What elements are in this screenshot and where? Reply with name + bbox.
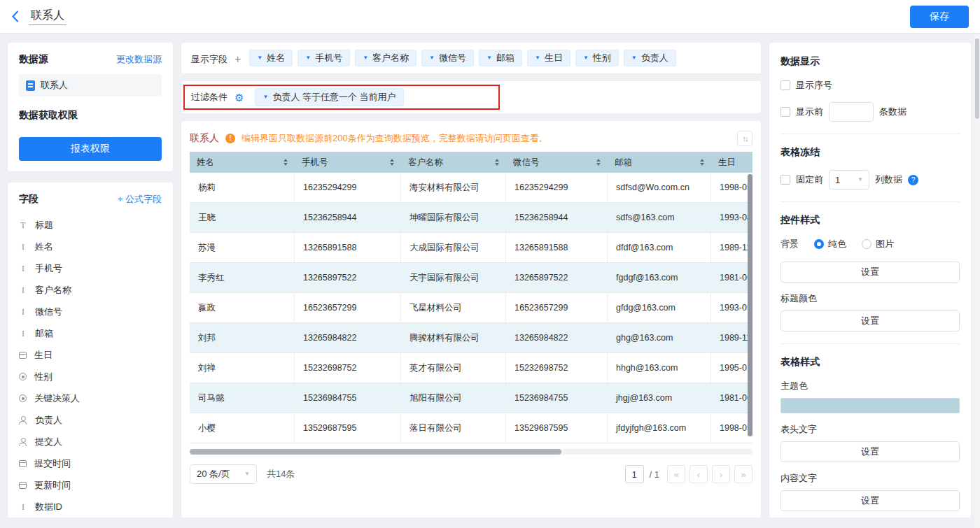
save-button[interactable]: 保存 xyxy=(910,6,969,28)
field-item[interactable]: 生日 xyxy=(19,344,162,366)
page-scrollbar[interactable] xyxy=(974,34,980,528)
column-header[interactable]: 手机号 xyxy=(295,152,401,173)
table-cell: 16523657299 xyxy=(506,293,608,322)
title-color-setting-button[interactable]: 设置 xyxy=(780,311,960,331)
table-cell: 15236984755 xyxy=(295,383,401,413)
theme-color-swatch[interactable] xyxy=(780,398,960,413)
freeze-checkbox[interactable] xyxy=(780,175,790,185)
text-field-icon: I xyxy=(19,243,27,251)
field-item[interactable]: 负责人 xyxy=(19,409,162,431)
bg-solid-radio[interactable]: 纯色 xyxy=(814,238,846,250)
add-display-field-button[interactable]: + xyxy=(234,54,241,65)
field-item[interactable]: 提交时间 xyxy=(19,452,162,474)
column-header[interactable]: 客户名称 xyxy=(401,152,506,173)
freeze-count-select[interactable]: 1 ▼ xyxy=(829,170,869,190)
field-item[interactable]: I邮箱 xyxy=(19,322,162,344)
table-cell: 英才有限公司 xyxy=(401,353,506,383)
table-row[interactable]: 杨莉16235294299海安材料有限公司16235294299sdfsd@Wo… xyxy=(190,173,752,203)
display-field-chip[interactable]: ▼性别 xyxy=(575,50,619,66)
title-field-icon: T xyxy=(19,221,27,229)
field-item[interactable]: I姓名 xyxy=(19,236,162,257)
column-header[interactable]: 姓名 xyxy=(190,152,295,173)
top-count-input[interactable] xyxy=(829,102,874,122)
sort-icon[interactable] xyxy=(495,159,499,166)
column-header[interactable]: 生日 xyxy=(711,152,752,173)
column-header-label: 手机号 xyxy=(302,157,328,169)
field-item[interactable]: 更新时间 xyxy=(19,474,162,496)
display-field-chip[interactable]: ▼客户名称 xyxy=(355,50,416,66)
show-index-checkbox[interactable] xyxy=(780,80,790,90)
page-size-select[interactable]: 20 条/页 ▼ xyxy=(190,464,257,484)
table-row[interactable]: 李秀红13265897522天宇国际有限公司13265897522fgdgf@1… xyxy=(190,263,752,293)
page-input[interactable]: 1 xyxy=(625,465,644,483)
background-label: 背景 xyxy=(780,238,799,250)
bg-image-radio[interactable]: 图片 xyxy=(862,238,894,250)
page-title[interactable]: 联系人 xyxy=(29,8,66,25)
back-button[interactable] xyxy=(11,10,19,22)
add-formula-field-link[interactable]: + 公式字段 xyxy=(118,193,162,206)
table-cell: 旭阳有限公司 xyxy=(401,383,506,413)
datasource-item[interactable]: 联系人 xyxy=(19,74,162,97)
field-item[interactable]: I数据ID xyxy=(19,496,162,518)
chevron-down-icon: ▼ xyxy=(583,55,589,61)
field-item[interactable]: 提交人 xyxy=(19,431,162,452)
filter-condition-chip[interactable]: ▼ 负责人 等于任意一个 当前用户 xyxy=(255,88,403,106)
sort-icon[interactable] xyxy=(700,159,704,166)
table-row[interactable]: 刘邦13265984822腾骏材料有限公司13265984822ghg@163.… xyxy=(190,323,752,353)
sort-icon[interactable] xyxy=(284,159,288,166)
content-text-setting-button[interactable]: 设置 xyxy=(780,490,960,511)
chip-label: 生日 xyxy=(545,52,563,64)
radio-icon xyxy=(862,239,872,249)
field-item[interactable]: 性别 xyxy=(19,366,162,387)
chip-label: 负责人 xyxy=(641,52,668,64)
column-header[interactable]: 邮箱 xyxy=(608,152,711,173)
display-field-chip[interactable]: ▼微信号 xyxy=(421,50,474,66)
table-row[interactable]: 小樱13529687595落日有限公司13529687595jfdyjfgh@1… xyxy=(190,413,752,443)
column-header[interactable]: 微信号 xyxy=(506,152,608,173)
display-field-chip[interactable]: ▼负责人 xyxy=(624,50,676,66)
field-item[interactable]: 关键决策人 xyxy=(19,387,162,409)
scrollbar-thumb[interactable] xyxy=(748,174,752,436)
freeze-count-value: 1 xyxy=(835,175,840,185)
header-text-setting-button[interactable]: 设置 xyxy=(780,441,960,462)
report-permission-button[interactable]: 报表权限 xyxy=(19,137,162,161)
sort-icon[interactable] xyxy=(596,159,601,166)
table-row[interactable]: 苏漫13265891588大成国际有限公司13265891588dfdf@163… xyxy=(190,233,752,263)
display-field-chip[interactable]: ▼手机号 xyxy=(298,50,350,66)
scrollbar-thumb[interactable] xyxy=(975,38,979,119)
display-field-chip[interactable]: ▼生日 xyxy=(527,50,570,66)
help-icon[interactable]: ? xyxy=(908,175,918,185)
field-item[interactable]: I手机号 xyxy=(19,257,162,279)
prev-page-button[interactable]: ‹ xyxy=(690,465,708,483)
field-item[interactable]: I客户名称 xyxy=(19,279,162,301)
next-page-button[interactable]: › xyxy=(712,465,730,483)
table-row[interactable]: 嬴政16523657299飞星材料公司16523657299gfdg@163.c… xyxy=(190,293,752,323)
gear-icon[interactable]: ⚙ xyxy=(234,92,244,103)
scrollbar-thumb[interactable] xyxy=(190,449,561,455)
field-item[interactable]: T标题 xyxy=(19,214,162,236)
last-page-button[interactable]: » xyxy=(734,465,752,483)
table-cell: 刘禅 xyxy=(190,353,295,383)
display-field-chip[interactable]: ▼姓名 xyxy=(249,50,293,66)
table-horizontal-scrollbar[interactable] xyxy=(190,449,752,455)
display-field-chip[interactable]: ▼邮箱 xyxy=(479,50,522,66)
calendar-icon xyxy=(19,352,27,359)
field-label: 提交时间 xyxy=(34,457,71,470)
first-page-button[interactable]: « xyxy=(667,465,685,483)
warning-icon: ! xyxy=(225,134,235,143)
sort-icon[interactable] xyxy=(390,159,394,166)
show-top-checkbox[interactable] xyxy=(780,107,790,117)
chip-label: 性别 xyxy=(593,52,611,64)
table-row[interactable]: 王晓15236258944坤曜国际有限公司15236258944sdfs@163… xyxy=(190,203,752,233)
table-row[interactable]: 司马懿15236984755旭阳有限公司15236984755jhgj@163.… xyxy=(190,383,752,413)
table-row[interactable]: 刘禅15232698752英才有限公司15232698752hhgh@163.c… xyxy=(190,353,752,383)
sort-toggle-icon[interactable]: ↑↓ xyxy=(737,131,752,146)
change-datasource-link[interactable]: 更改数据源 xyxy=(116,53,162,66)
left-sidebar: 数据源 更改数据源 联系人 数据获取权限 报表权限 字段 + 公式字段 T标题I… xyxy=(7,42,174,518)
table-cell: 1981-06 xyxy=(711,263,752,292)
background-setting-button[interactable]: 设置 xyxy=(780,262,960,283)
table-vertical-scrollbar[interactable] xyxy=(748,174,752,442)
show-index-label: 显示序号 xyxy=(796,79,832,92)
field-label: 手机号 xyxy=(35,262,62,275)
field-item[interactable]: I微信号 xyxy=(19,301,162,322)
